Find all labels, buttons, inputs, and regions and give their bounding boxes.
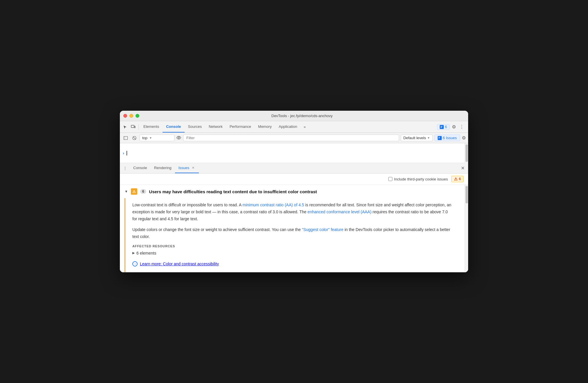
issue-chevron-icon: ▼	[125, 189, 128, 194]
svg-rect-0	[131, 125, 134, 128]
third-party-checkbox-label[interactable]: Include third-party cookie issues	[388, 177, 448, 181]
traffic-lights	[123, 114, 139, 118]
top-toolbar: Elements Console Sources Network Perform…	[120, 121, 468, 133]
bottom-panel: ⋮ Console Rendering Issues ✕ ✕ Include t…	[120, 163, 468, 272]
issues-icon	[440, 125, 444, 129]
more-options-icon[interactable]: ⋮	[458, 123, 465, 131]
learn-more-link[interactable]: → Learn more: Color and contrast accessi…	[132, 261, 452, 266]
bottom-tabs-bar: ⋮ Console Rendering Issues ✕ ✕	[120, 163, 468, 173]
tab-console[interactable]: Console	[163, 121, 184, 133]
svg-rect-6	[125, 136, 125, 139]
tab-network[interactable]: Network	[205, 121, 226, 133]
issues-badge-button[interactable]: 6	[437, 124, 450, 130]
tab-memory[interactable]: Memory	[255, 121, 275, 133]
title-bar: DevTools - jec.fyi/demo/cds-anchovy	[120, 111, 468, 121]
maximize-button[interactable]	[136, 114, 139, 118]
issue-title: Users may have difficulties reading text…	[149, 189, 460, 194]
issues-content-area: ▼ ⚠ 6 Users may have difficulties readin…	[120, 185, 468, 272]
issue-header[interactable]: ▼ ⚠ 6 Users may have difficulties readin…	[120, 185, 465, 198]
learn-more-arrow-icon: →	[132, 261, 138, 266]
levels-chevron-icon: ▼	[427, 136, 430, 139]
sidebar-toggle-icon[interactable]	[122, 135, 129, 142]
filter-input[interactable]	[183, 135, 399, 141]
issue-description-2: Update colors or change the font size or…	[132, 226, 452, 240]
svg-rect-2	[441, 126, 442, 126]
third-party-checkbox[interactable]	[388, 177, 392, 181]
svg-rect-12	[439, 138, 440, 139]
aaa-link[interactable]: enhanced conformance level (AAA)	[308, 210, 371, 214]
affected-resources: AFFECTED RESOURCES ▶ 6 elements	[132, 244, 452, 256]
window-title: DevTools - jec.fyi/demo/cds-anchovy	[139, 114, 465, 118]
toolbar-right: 6 ⚙ ⋮	[437, 123, 467, 131]
console-input-area: ›	[120, 143, 468, 163]
main-nav: Elements Console Sources Network Perform…	[140, 121, 437, 133]
issues-toolbar: Include third-party cookie issues ⚠ 6	[120, 173, 468, 185]
bottom-tabs-more-icon[interactable]: ⋮	[122, 165, 128, 171]
issues-scrollbar-thumb	[466, 186, 468, 203]
svg-rect-11	[439, 138, 440, 138]
elements-arrow-icon: ▶	[132, 251, 135, 255]
tab-elements[interactable]: Elements	[140, 121, 163, 133]
console-input-row: ›	[120, 143, 465, 163]
issues-scrollbar[interactable]	[465, 185, 468, 272]
svg-rect-3	[441, 127, 442, 127]
close-panel-button[interactable]: ✕	[460, 164, 466, 172]
close-button[interactable]	[123, 114, 127, 118]
issues-count-orange-badge: ⚠ 6	[451, 176, 463, 182]
affected-label: AFFECTED RESOURCES	[132, 244, 452, 248]
device-toggle-icon[interactable]	[129, 123, 137, 131]
cursor-icon[interactable]	[121, 123, 129, 131]
more-tabs-icon[interactable]: »	[301, 123, 309, 131]
issues-count-button[interactable]: 6 Issues	[434, 135, 460, 141]
settings-icon[interactable]: ⚙	[451, 123, 457, 131]
elements-expand-button[interactable]: ▶ 6 elements	[132, 250, 452, 256]
devtools-window: DevTools - jec.fyi/demo/cds-anchovy Elem…	[120, 111, 468, 272]
svg-rect-10	[439, 137, 440, 137]
context-selector[interactable]: top ▼	[140, 135, 174, 141]
suggest-color-link[interactable]: "Suggest color" feature	[302, 227, 343, 232]
issues-list: ▼ ⚠ 6 Users may have difficulties readin…	[120, 185, 465, 272]
issue-body: Low-contrast text is difficult or imposs…	[125, 198, 459, 272]
minimize-button[interactable]	[129, 114, 133, 118]
svg-rect-4	[441, 127, 442, 128]
svg-rect-1	[134, 126, 135, 128]
issue-count: 6	[140, 189, 146, 194]
cursor	[127, 151, 127, 155]
tab-issues-close[interactable]: ✕	[191, 166, 195, 170]
svg-rect-5	[124, 136, 128, 139]
console-toolbar: top ▼ Default levels ▼	[120, 133, 468, 143]
prompt-arrow: ›	[123, 151, 124, 155]
chevron-down-icon: ▼	[149, 136, 152, 139]
issues-sm-icon	[438, 136, 442, 140]
tab-application[interactable]: Application	[275, 121, 301, 133]
console-settings-icon[interactable]: ⚙	[462, 135, 466, 141]
tab-issues[interactable]: Issues ✕	[175, 163, 199, 173]
scrollbar-thumb	[466, 144, 468, 162]
eye-icon[interactable]	[176, 136, 181, 140]
toolbar-separator	[138, 124, 139, 130]
svg-point-9	[178, 137, 180, 138]
aa-link[interactable]: minimum contrast ratio (AA) of 4.5	[242, 203, 304, 207]
warning-icon: ⚠	[131, 188, 137, 195]
svg-line-8	[133, 137, 136, 139]
tab-performance[interactable]: Performance	[226, 121, 255, 133]
devtools-panel: Elements Console Sources Network Perform…	[120, 121, 468, 272]
tab-rendering[interactable]: Rendering	[151, 163, 175, 173]
tab-console-bottom[interactable]: Console	[130, 163, 151, 173]
tab-sources[interactable]: Sources	[185, 121, 205, 133]
learn-more-anchor[interactable]: Learn more: Color and contrast accessibi…	[140, 262, 219, 266]
clear-console-icon[interactable]	[131, 135, 138, 142]
console-scrollbar[interactable]	[465, 143, 468, 163]
log-levels-selector[interactable]: Default levels ▼	[401, 135, 433, 141]
issue-description-1: Low-contrast text is difficult or imposs…	[132, 202, 452, 222]
